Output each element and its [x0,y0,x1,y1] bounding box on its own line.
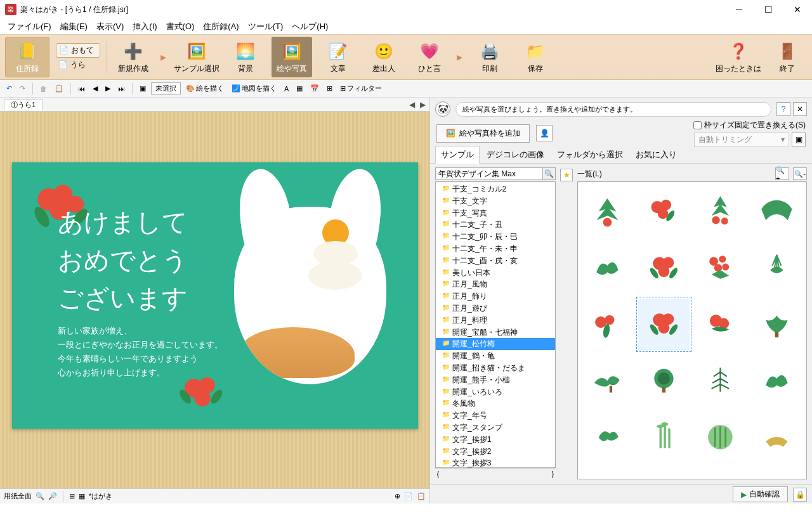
clipart-thumbnail[interactable] [582,186,633,237]
filter-button[interactable]: ⊞フィルター [337,82,384,94]
tree-node[interactable]: 文字_挨拶2 [436,446,556,458]
tree-node[interactable]: 開運_松竹梅 [436,338,556,350]
tab-sample[interactable]: サンプル [435,146,480,164]
zoom-in-button[interactable]: 🔎 [48,492,57,500]
tree-node[interactable]: 冬風物 [436,398,556,410]
menu-addressbook[interactable]: 住所録(A) [199,20,242,34]
clipart-thumbnail[interactable] [638,412,690,463]
thumb-zoom-out[interactable]: 🔍- [793,167,807,180]
ribbon-print[interactable]: 🖨️ 印刷 [470,37,509,77]
copy-button[interactable]: 📋 [52,83,66,94]
ribbon-sample[interactable]: 🖼️ サンプル選択 [174,37,219,77]
zoom-out-button[interactable]: 🔍 [36,492,44,500]
status-icon-3[interactable]: 📋 [417,492,426,500]
calendar-button[interactable]: 📅 [308,83,322,94]
trim-apply-button[interactable]: ▣ [792,133,806,146]
tree-node[interactable]: 十二支_卯・辰・巳 [436,231,556,243]
tree-node[interactable]: 文字_挨拶1 [436,434,556,446]
draw-picture-button[interactable]: 🎨絵を描く [183,82,226,94]
ribbon-help[interactable]: ❓ 困ったときは [716,37,761,77]
thumb-zoom-in[interactable]: 🔍+ [775,167,789,180]
close-panel-button[interactable]: ✕ [793,102,807,116]
auto-confirm-button[interactable]: ▶自動確認 [733,486,788,502]
clipart-thumbnail[interactable] [638,355,690,406]
ribbon-background[interactable]: 🌅 背景 [226,37,265,77]
collection-combo[interactable] [435,167,543,180]
last-button[interactable]: ⏭ [115,84,128,94]
clipart-thumbnail[interactable] [751,299,802,350]
tab-digicolle[interactable]: デジコレの画像 [481,146,550,163]
view-mode-icon[interactable]: ⊞ [69,492,75,500]
prev-button[interactable]: ◀ [90,83,100,94]
tab-next-button[interactable]: ▶ [420,100,426,109]
status-icon-1[interactable]: ⊕ [395,492,400,500]
status-icon-2[interactable]: 📄 [404,492,413,500]
person-button[interactable]: 👤 [536,125,553,141]
first-button[interactable]: ⏮ [75,84,88,94]
favorite-button[interactable]: ★ [560,169,573,181]
ribbon-omote[interactable]: 📄おもて [56,43,100,58]
tree-node[interactable]: 開運_招き猫・だるま [436,362,556,374]
grid-button[interactable]: ⊞ [324,83,335,94]
category-tree[interactable]: 干支_コミカル2干支_文字干支_写真十二支_子・丑十二支_卯・辰・巳十二支_午・… [435,181,556,468]
clipart-thumbnail[interactable] [638,186,690,237]
tree-node[interactable]: 正月_風物 [436,278,556,290]
fix-size-checkbox[interactable]: 枠サイズ固定で置き換える(S) [693,120,806,131]
tree-horizontal-scrollbar[interactable]: ⟨⟩ [435,468,556,479]
minimize-button[interactable]: ─ [724,0,754,19]
ribbon-ura[interactable]: 📄うら [56,58,100,72]
ribbon-new[interactable]: ➕ 新規作成 [114,37,153,77]
font-color-button[interactable]: A [282,84,291,94]
ribbon-picture[interactable]: 🖼️ 絵や写真 [272,37,312,77]
tab-favorite[interactable]: お気に入り [630,146,683,163]
ribbon-save[interactable]: 📁 保存 [516,37,555,77]
ribbon-exit[interactable]: 🚪 終了 [768,37,807,77]
clipart-thumbnail[interactable] [582,412,633,463]
tree-node[interactable]: 開運_鶴・亀 [436,350,556,362]
menu-file[interactable]: ファイル(F) [4,20,55,34]
clipart-thumbnail[interactable] [751,412,802,463]
clipart-thumbnail[interactable] [638,299,690,350]
bunny-photo-frame[interactable] [228,194,393,384]
tree-node[interactable]: 十二支_子・丑 [436,219,556,231]
ribbon-sender[interactable]: 🙂 差出人 [364,37,403,77]
tab-prev-button[interactable]: ◀ [409,100,415,109]
clipart-thumbnail[interactable] [638,242,690,294]
ribbon-addressbook[interactable]: 📒 住所録 [5,37,49,77]
thumbnail-grid[interactable] [577,181,807,479]
clipart-thumbnail[interactable] [695,412,746,463]
menu-tools[interactable]: ツール(T) [244,20,287,34]
menu-edit[interactable]: 編集(E) [56,20,91,34]
menu-format[interactable]: 書式(O) [162,20,199,34]
tree-node[interactable]: 正月_飾り [436,290,556,302]
table-button[interactable]: ▦ [294,83,305,94]
page-icon[interactable]: ▦ [79,492,85,500]
tree-node[interactable]: 干支_文字 [436,195,556,207]
redo-button[interactable]: ↷ [17,83,28,94]
add-frame-button[interactable]: 🖼️ 絵や写真枠を追加 [436,124,530,143]
clipart-thumbnail[interactable] [695,242,746,294]
tree-node[interactable]: 十二支_酉・戌・亥 [436,255,556,267]
undo-button[interactable]: ↶ [4,83,15,94]
ribbon-text[interactable]: 📝 文章 [318,37,358,77]
tree-node[interactable]: 文字_年号 [436,410,556,422]
tree-node[interactable]: 干支_コミカル2 [436,183,556,195]
tree-node[interactable]: 文字_スタンプ [436,422,556,434]
tree-node[interactable]: 開運_宝船・七福神 [436,327,556,339]
lock-button[interactable]: 🔒 [793,488,807,502]
clipart-thumbnail[interactable] [582,355,633,406]
menu-insert[interactable]: 挿入(I) [129,20,160,34]
menu-help[interactable]: ヘルプ(H) [288,20,332,34]
ribbon-word[interactable]: 💗 ひと言 [410,37,449,77]
clipart-thumbnail[interactable] [751,186,802,237]
clipart-thumbnail[interactable] [751,242,802,294]
maximize-button[interactable]: ☐ [754,0,783,19]
draw-map-button[interactable]: 🗾地図を描く [229,82,279,94]
clipart-thumbnail[interactable] [582,299,633,350]
tree-node[interactable]: 十二支_午・未・申 [436,243,556,255]
combo-search-button[interactable]: 🔍 [543,167,556,180]
tree-node[interactable]: 干支_写真 [436,207,556,219]
canvas-area[interactable]: あけまして おめでとう ございます 新しい家族が増え、 一段とにぎやかなお正月を… [0,112,429,488]
paper-mode[interactable]: 用紙全面 [4,491,32,501]
document-tab[interactable]: ①うら1 [4,99,43,110]
